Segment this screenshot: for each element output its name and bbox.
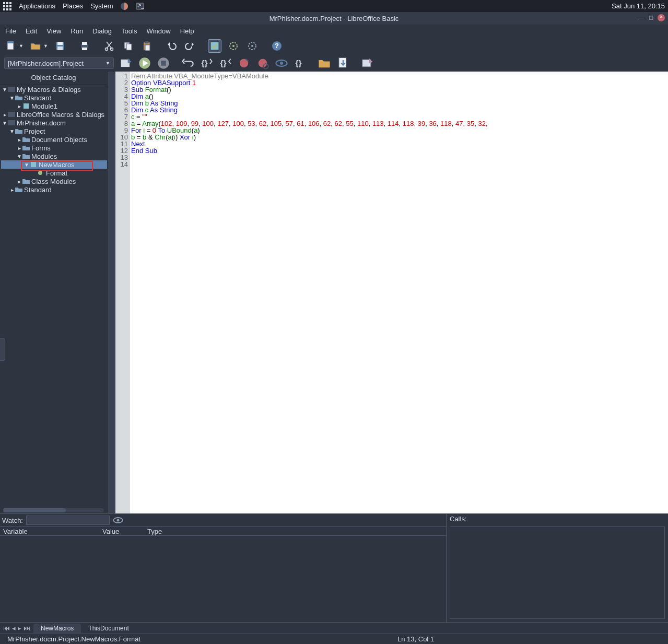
tab-nav-last-icon[interactable]: ⏭ bbox=[24, 624, 30, 632]
sidebar-hscroll[interactable] bbox=[3, 508, 104, 512]
insert-source-icon[interactable] bbox=[318, 56, 331, 70]
tree-lo-macros[interactable]: ▸LibreOffice Macros & Dialogs bbox=[1, 110, 107, 119]
code-editor[interactable]: 1234567891011121314 Rem Attribute VBA_Mo… bbox=[108, 72, 668, 513]
tree-class-modules[interactable]: ▸Class Modules bbox=[1, 177, 107, 185]
tab-nav-prev-icon[interactable]: ◂ bbox=[12, 624, 16, 632]
svg-rect-19 bbox=[82, 48, 87, 50]
topbar-places[interactable]: Places bbox=[63, 2, 83, 10]
braces-icon[interactable]: {} bbox=[294, 56, 307, 70]
watch-remove-icon[interactable] bbox=[113, 515, 123, 525]
menu-tools[interactable]: Tools bbox=[121, 27, 137, 35]
topbar-system[interactable]: System bbox=[90, 2, 113, 10]
svg-text:>_: >_ bbox=[137, 2, 144, 9]
tab-nav-first-icon[interactable]: ⏮ bbox=[3, 624, 10, 632]
open-icon[interactable] bbox=[29, 39, 42, 53]
menu-edit[interactable]: Edit bbox=[26, 27, 37, 35]
svg-text:?: ? bbox=[275, 42, 279, 50]
import-dialog-icon[interactable] bbox=[360, 56, 374, 70]
watch-input[interactable] bbox=[26, 516, 110, 525]
tree-my-macros[interactable]: ▼My Macros & Dialogs bbox=[1, 85, 107, 93]
breakpoint-strip[interactable] bbox=[108, 72, 115, 513]
paste-icon[interactable] bbox=[140, 39, 154, 53]
watch-panel: Watch: Variable Value Type bbox=[0, 514, 447, 622]
library-selector[interactable]: [MrPhisher.docm].Project ▼ bbox=[4, 57, 114, 69]
tree-standard2[interactable]: ▸Standard bbox=[1, 185, 107, 194]
svg-rect-26 bbox=[145, 45, 150, 51]
undo-icon[interactable] bbox=[165, 39, 178, 53]
tree-forms[interactable]: ▸Forms bbox=[1, 144, 107, 152]
copy-icon[interactable] bbox=[121, 39, 135, 53]
terminal-icon[interactable]: >_ bbox=[136, 2, 144, 10]
topbar-clock[interactable]: Sat Jun 11, 20:15 bbox=[612, 2, 665, 10]
breakpoint-manage-icon[interactable] bbox=[256, 56, 269, 70]
svg-point-29 bbox=[232, 45, 235, 47]
menu-run[interactable]: Run bbox=[71, 27, 83, 35]
module-tabstrip: ⏮ ◂ ▸ ⏭ NewMacros ThisDocument bbox=[0, 622, 668, 634]
code-content[interactable]: Rem Attribute VBA_ModuleType=VBAModuleOp… bbox=[130, 72, 668, 513]
save-source-icon[interactable] bbox=[336, 56, 350, 70]
tree-document-objects[interactable]: ▸Document Objects bbox=[1, 135, 107, 144]
window-maximize-button[interactable]: ◻ bbox=[649, 14, 653, 21]
watch-columns-header: Variable Value Type bbox=[0, 526, 446, 536]
tree-standard[interactable]: ▼Standard bbox=[1, 93, 107, 102]
os-topbar: Applications Places System >_ Sat Jun 11… bbox=[0, 0, 668, 12]
svg-rect-48 bbox=[8, 87, 15, 92]
step-into-icon[interactable]: {} bbox=[200, 56, 213, 70]
module-manager-icon[interactable] bbox=[245, 39, 259, 53]
window-minimize-button[interactable]: — bbox=[639, 14, 644, 21]
watch-label: Watch: bbox=[2, 517, 23, 524]
chevron-down-icon: ▼ bbox=[106, 61, 110, 66]
tree-modules[interactable]: ▼Modules bbox=[1, 152, 107, 160]
tab-thisdocument[interactable]: ThisDocument bbox=[81, 624, 136, 633]
svg-rect-2 bbox=[9, 2, 11, 4]
watch-body[interactable] bbox=[0, 536, 446, 622]
menu-help[interactable]: Help bbox=[180, 27, 194, 35]
dropdown-caret-icon[interactable]: ▼ bbox=[19, 43, 24, 49]
svg-text:{}: {} bbox=[220, 58, 227, 67]
menu-file[interactable]: File bbox=[5, 27, 16, 35]
help-icon[interactable]: ? bbox=[270, 39, 284, 53]
step-over-icon[interactable] bbox=[181, 56, 194, 70]
tree-format[interactable]: Format bbox=[1, 169, 107, 177]
save-icon[interactable] bbox=[53, 39, 67, 53]
select-macro-icon[interactable] bbox=[227, 39, 240, 53]
firefox-icon[interactable] bbox=[120, 2, 128, 10]
step-out-icon[interactable]: {} bbox=[218, 56, 232, 70]
print-icon[interactable] bbox=[78, 39, 91, 53]
watch-col-type[interactable]: Type bbox=[144, 527, 165, 535]
tab-nav-next-icon[interactable]: ▸ bbox=[18, 624, 21, 632]
tree-newmacros[interactable]: ▼NewMacros bbox=[1, 160, 107, 169]
redo-icon[interactable] bbox=[183, 39, 197, 53]
object-tree[interactable]: ▼My Macros & Dialogs ▼Standard ▸Module1 … bbox=[0, 85, 107, 508]
svg-rect-13 bbox=[7, 41, 14, 43]
svg-text:{}: {} bbox=[202, 58, 208, 67]
svg-point-53 bbox=[38, 171, 42, 175]
tree-module1[interactable]: ▸Module1 bbox=[1, 102, 107, 110]
dropdown-caret-icon[interactable]: ▼ bbox=[43, 43, 48, 49]
window-close-button[interactable]: × bbox=[658, 14, 665, 21]
svg-rect-18 bbox=[82, 42, 87, 45]
calls-body[interactable] bbox=[450, 526, 665, 619]
svg-point-21 bbox=[110, 48, 113, 51]
apps-grid-icon[interactable] bbox=[3, 2, 11, 10]
breakpoint-toggle-icon[interactable] bbox=[237, 56, 251, 70]
new-doc-icon[interactable] bbox=[4, 39, 18, 53]
tree-doc[interactable]: ▼MrPhisher.docm bbox=[1, 119, 107, 127]
menu-window[interactable]: Window bbox=[146, 27, 170, 35]
stop-icon[interactable] bbox=[157, 56, 170, 70]
library-selector-label: [MrPhisher.docm].Project bbox=[8, 60, 84, 67]
watch-col-variable[interactable]: Variable bbox=[0, 527, 99, 535]
topbar-applications[interactable]: Applications bbox=[19, 2, 55, 10]
watch-add-icon[interactable] bbox=[275, 56, 288, 70]
run-icon[interactable] bbox=[138, 56, 151, 70]
tree-project[interactable]: ▼Project bbox=[1, 127, 107, 135]
tab-newmacros[interactable]: NewMacros bbox=[33, 624, 81, 633]
menu-dialog[interactable]: Dialog bbox=[92, 27, 112, 35]
svg-rect-5 bbox=[9, 5, 11, 7]
cut-icon[interactable] bbox=[102, 39, 116, 53]
object-catalog-toggle-icon[interactable] bbox=[208, 39, 221, 53]
watch-col-value[interactable]: Value bbox=[99, 527, 144, 535]
compile-icon[interactable] bbox=[119, 56, 133, 70]
status-path: MrPhisher.docm.Project.NewMacros.Format bbox=[3, 635, 145, 643]
menu-view[interactable]: View bbox=[46, 27, 61, 35]
